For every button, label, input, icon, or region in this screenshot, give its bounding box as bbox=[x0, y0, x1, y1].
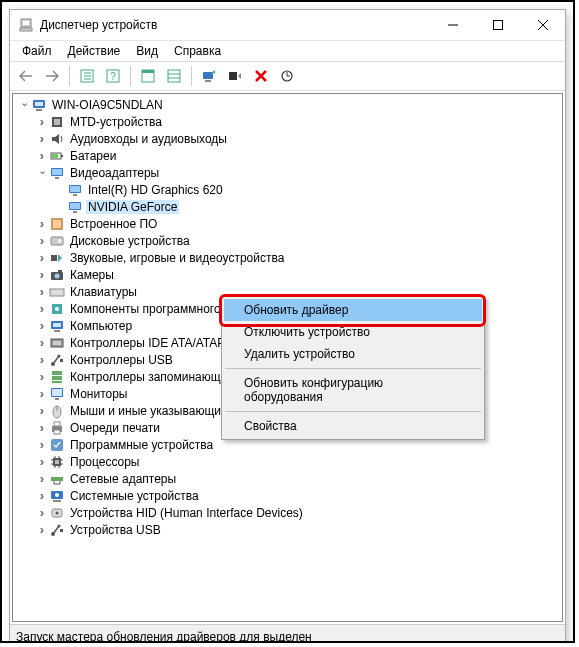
toolbar-disable-button[interactable] bbox=[223, 64, 247, 88]
svg-rect-37 bbox=[73, 194, 77, 196]
toolbar-details-button[interactable] bbox=[75, 64, 99, 88]
ctx-separator bbox=[225, 411, 481, 412]
tree-category-node[interactable]: Процессоры bbox=[13, 453, 562, 470]
tree-category-node[interactable]: Батареи bbox=[13, 147, 562, 164]
tree-category-node[interactable]: Дисковые устройства bbox=[13, 232, 562, 249]
expander-icon[interactable] bbox=[35, 370, 49, 384]
expander-icon[interactable] bbox=[35, 115, 49, 129]
tree-device-node[interactable]: Intel(R) HD Graphics 620 bbox=[13, 181, 562, 198]
ctx-update-driver[interactable]: Обновить драйвер bbox=[224, 299, 482, 321]
usb-icon bbox=[49, 522, 65, 538]
software-icon bbox=[49, 437, 65, 453]
expander-icon[interactable] bbox=[35, 404, 49, 418]
tree-category-node[interactable]: MTD-устройства bbox=[13, 113, 562, 130]
expander-icon[interactable] bbox=[35, 438, 49, 452]
minimize-button[interactable] bbox=[430, 10, 475, 40]
menu-help[interactable]: Справка bbox=[166, 42, 229, 60]
camera-icon bbox=[49, 267, 65, 283]
expander-icon[interactable] bbox=[35, 234, 49, 248]
svg-rect-34 bbox=[55, 177, 59, 179]
expander-icon[interactable] bbox=[35, 387, 49, 401]
expander-icon[interactable] bbox=[35, 132, 49, 146]
tree-node-label: Системные устройства bbox=[68, 489, 201, 503]
toolbar-uninstall-button[interactable] bbox=[249, 64, 273, 88]
toolbar-help-button[interactable]: ? bbox=[101, 64, 125, 88]
toolbar-separator bbox=[191, 66, 192, 86]
expander-icon[interactable] bbox=[35, 523, 49, 537]
toolbar-scan-button[interactable] bbox=[275, 64, 299, 88]
firmware-icon bbox=[49, 216, 65, 232]
svg-rect-2 bbox=[20, 28, 32, 31]
menu-action[interactable]: Действие bbox=[60, 42, 129, 60]
tree-device-node[interactable]: NVIDIA GeForce bbox=[13, 198, 562, 215]
svg-rect-15 bbox=[168, 70, 180, 82]
svg-rect-31 bbox=[52, 154, 58, 158]
expander-icon[interactable] bbox=[35, 319, 49, 333]
tree-node-label: Очереди печати bbox=[68, 421, 162, 435]
expander-icon[interactable] bbox=[35, 268, 49, 282]
tree-node-label: Дисковые устройства bbox=[68, 234, 192, 248]
toolbar-separator bbox=[130, 66, 131, 86]
ctx-disable-device[interactable]: Отключить устройство bbox=[224, 321, 482, 343]
chip-icon bbox=[49, 114, 65, 130]
expander-icon[interactable] bbox=[35, 302, 49, 316]
speaker-icon bbox=[49, 131, 65, 147]
cpu-icon bbox=[49, 454, 65, 470]
expander-icon[interactable] bbox=[35, 472, 49, 486]
expander-icon[interactable] bbox=[35, 489, 49, 503]
expander-icon[interactable] bbox=[35, 353, 49, 367]
tree-category-node[interactable]: Сетевые адаптеры bbox=[13, 470, 562, 487]
expander-icon[interactable] bbox=[35, 506, 49, 520]
tree-category-node[interactable]: Камеры bbox=[13, 266, 562, 283]
ctx-properties[interactable]: Свойства bbox=[224, 415, 482, 437]
maximize-button[interactable] bbox=[475, 10, 520, 40]
svg-rect-55 bbox=[53, 323, 61, 327]
expander-icon[interactable] bbox=[35, 285, 49, 299]
tree-category-node[interactable]: Системные устройства bbox=[13, 487, 562, 504]
svg-point-53 bbox=[55, 307, 59, 311]
svg-rect-67 bbox=[52, 389, 62, 396]
toolbar-forward-button[interactable] bbox=[40, 64, 64, 88]
toolbar-back-button[interactable] bbox=[14, 64, 38, 88]
menu-file[interactable]: Файл bbox=[14, 42, 60, 60]
tree-category-node[interactable]: Звуковые, игровые и видеоустройства bbox=[13, 249, 562, 266]
svg-rect-4 bbox=[493, 21, 502, 30]
tree-category-node[interactable]: Устройства USB bbox=[13, 521, 562, 538]
tree-category-node[interactable]: Встроенное ПО bbox=[13, 215, 562, 232]
toolbar-separator bbox=[69, 66, 70, 86]
svg-rect-33 bbox=[52, 169, 62, 175]
svg-rect-48 bbox=[58, 270, 62, 272]
svg-rect-39 bbox=[70, 203, 80, 209]
tree-category-node[interactable]: Видеоадаптеры bbox=[13, 164, 562, 181]
toolbar-list-button[interactable] bbox=[162, 64, 186, 88]
expander-icon[interactable] bbox=[35, 149, 49, 163]
expander-icon[interactable] bbox=[35, 455, 49, 469]
app-icon bbox=[18, 17, 34, 33]
expander-icon[interactable] bbox=[17, 98, 31, 112]
tree-node-label: Контроллеры USB bbox=[68, 353, 175, 367]
disk-icon bbox=[49, 233, 65, 249]
close-button[interactable] bbox=[520, 10, 565, 40]
toolbar-update-driver-button[interactable] bbox=[197, 64, 221, 88]
menu-view[interactable]: Вид bbox=[128, 42, 166, 60]
device-tree[interactable]: WIN-OIA9C5NDLAN MTD-устройства Аудиовход… bbox=[12, 93, 563, 622]
usb-icon bbox=[49, 352, 65, 368]
expander-icon[interactable] bbox=[35, 336, 49, 350]
tree-category-node[interactable]: Аудиовходы и аудиовыходы bbox=[13, 130, 562, 147]
tree-root-node[interactable]: WIN-OIA9C5NDLAN bbox=[13, 96, 562, 113]
ctx-remove-device[interactable]: Удалить устройство bbox=[224, 343, 482, 365]
svg-rect-45 bbox=[51, 255, 57, 261]
tree-node-label: Батареи bbox=[68, 149, 118, 163]
device-manager-window: Диспетчер устройств Файл Действие Вид Сп… bbox=[9, 9, 566, 643]
expander-icon[interactable] bbox=[35, 421, 49, 435]
expander-icon[interactable] bbox=[35, 166, 49, 180]
expander-icon[interactable] bbox=[35, 217, 49, 231]
svg-line-60 bbox=[53, 356, 59, 364]
expander-icon[interactable] bbox=[35, 251, 49, 265]
toolbar-properties-button[interactable] bbox=[136, 64, 160, 88]
tree-category-node[interactable]: Устройства HID (Human Interface Devices) bbox=[13, 504, 562, 521]
ctx-refresh-config[interactable]: Обновить конфигурацию оборудования bbox=[224, 372, 482, 408]
tree-node-label: MTD-устройства bbox=[68, 115, 164, 129]
svg-rect-19 bbox=[205, 80, 211, 82]
titlebar: Диспетчер устройств bbox=[10, 10, 565, 41]
